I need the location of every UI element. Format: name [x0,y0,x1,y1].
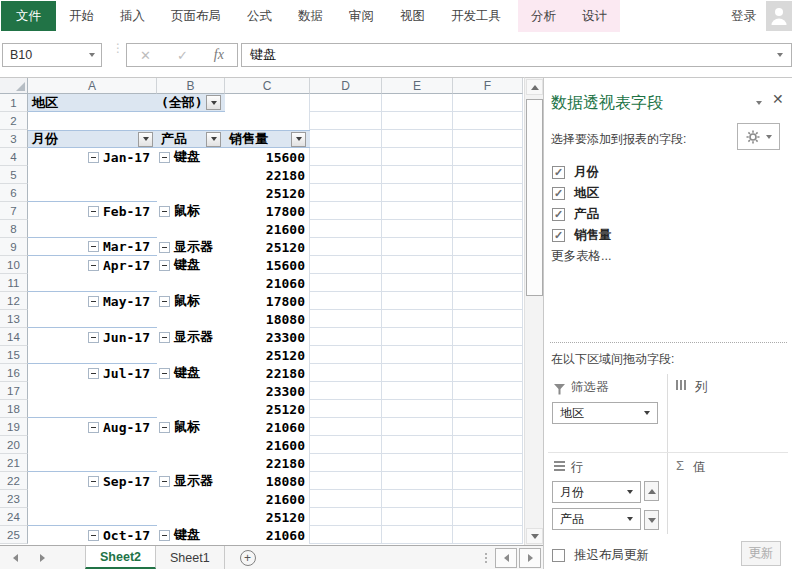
cell[interactable] [453,382,523,400]
cell[interactable] [310,526,382,544]
row-header-14[interactable]: 14 [0,328,28,346]
cell[interactable] [310,490,382,508]
cell[interactable] [453,472,523,490]
chevron-down-icon[interactable] [627,517,633,521]
cell[interactable] [453,166,523,184]
cell[interactable] [310,472,382,490]
collapse-button[interactable] [88,332,99,343]
ribbon-tab-9[interactable]: 分析 [518,1,569,31]
pivot-month-cell[interactable] [28,274,157,292]
collapse-button[interactable] [159,530,170,541]
pivot-value-cell[interactable]: 22180 [225,364,310,382]
cell[interactable] [382,454,453,472]
collapse-button[interactable] [88,241,99,252]
cell[interactable] [382,346,453,364]
cell[interactable] [382,130,453,148]
row-header-8[interactable]: 8 [0,220,28,238]
cell[interactable] [382,328,453,346]
pivot-product-cell[interactable]: 键盘 [157,364,225,382]
checkbox-checked-icon[interactable]: ✓ [552,229,565,242]
cell[interactable] [453,490,523,508]
insert-function-icon[interactable]: fx [214,47,224,63]
rows-area-field-month[interactable]: 月份 [552,481,641,503]
cell[interactable] [382,292,453,310]
pivot-value-cell[interactable]: 21600 [225,490,310,508]
update-button[interactable]: 更新 [741,541,781,566]
ribbon-tab-2[interactable]: 插入 [107,1,158,31]
cell[interactable] [382,490,453,508]
tools-button[interactable] [737,123,780,150]
cell[interactable] [310,94,382,112]
column-header-A[interactable]: A [28,78,157,94]
cell[interactable] [453,148,523,166]
enter-icon[interactable]: ✓ [177,48,188,63]
cell[interactable] [310,238,382,256]
checkbox-checked-icon[interactable]: ✓ [552,187,565,200]
ribbon-tab-4[interactable]: 公式 [234,1,285,31]
pivot-month-cell[interactable] [28,508,157,526]
pivot-value-cell[interactable]: 21060 [225,526,310,544]
pivot-value-cell[interactable]: 23300 [225,382,310,400]
row-header-4[interactable]: 4 [0,148,28,166]
cell[interactable] [382,148,453,166]
collapse-button[interactable] [88,206,99,217]
pivot-value-cell[interactable]: 25120 [225,400,310,418]
filter-dropdown-button[interactable] [291,132,306,147]
collapse-button[interactable] [88,530,99,541]
cell[interactable] [310,454,382,472]
column-header-E[interactable]: E [382,78,453,94]
row-header-5[interactable]: 5 [0,166,28,184]
cell[interactable] [382,508,453,526]
pivot-month-cell[interactable] [28,400,157,418]
cell[interactable] [382,184,453,202]
cell[interactable] [453,256,523,274]
ribbon-tab-7[interactable]: 视图 [387,1,438,31]
cell[interactable] [382,94,453,112]
cell[interactable] [382,274,453,292]
pivot-product-cell[interactable]: 键盘 [157,148,225,166]
pivot-value-cell[interactable]: 25120 [225,184,310,202]
filter-dropdown-button[interactable] [206,132,221,147]
collapse-button[interactable] [159,422,170,433]
cell[interactable] [382,220,453,238]
row-header-21[interactable]: 21 [0,454,28,472]
row-header-7[interactable]: 7 [0,202,28,220]
pivot-month-cell[interactable]: Jul-17 [28,364,157,382]
pivot-month-cell[interactable]: Mar-17 [28,238,157,256]
rows-area-field-product[interactable]: 产品 [552,508,641,530]
cell[interactable] [382,364,453,382]
pivot-value-cell[interactable]: 25120 [225,508,310,526]
sign-in-link[interactable]: 登录 [731,8,756,25]
ribbon-tab-6[interactable]: 审阅 [336,1,387,31]
cell[interactable] [453,346,523,364]
cell[interactable] [453,526,523,544]
pivot-month-cell[interactable]: Jan-17 [28,148,157,166]
row-header-25[interactable]: 25 [0,526,28,544]
cell[interactable] [382,256,453,274]
pivot-value-cell[interactable]: 22180 [225,454,310,472]
checkbox-checked-icon[interactable]: ✓ [552,166,565,179]
sheet-tab-sheet2[interactable]: Sheet2 [85,546,156,569]
name-box[interactable]: B10 [2,43,102,67]
cell[interactable] [310,220,382,238]
pivot-header-product[interactable]: 产品 [157,130,225,148]
pivot-month-cell[interactable]: Oct-17 [28,526,157,544]
pivot-month-cell[interactable] [28,454,157,472]
collapse-button[interactable] [159,368,170,379]
cell[interactable] [453,112,523,130]
cell[interactable] [382,112,453,130]
row-header-9[interactable]: 9 [0,238,28,256]
scroll-down-button[interactable] [526,528,543,544]
pivot-value-cell[interactable]: 21600 [225,436,310,454]
pivot-month-cell[interactable]: Aug-17 [28,418,157,436]
cell[interactable] [382,436,453,454]
cell[interactable] [310,292,382,310]
field-item-sales[interactable]: ✓ 销售量 [552,225,612,245]
pivot-product-cell[interactable]: 显示器 [157,328,225,346]
pivot-value-cell[interactable]: 15600 [225,148,310,166]
row-header-3[interactable]: 3 [0,130,28,148]
column-header-B[interactable]: B [157,78,225,94]
new-sheet-button[interactable]: + [240,550,256,566]
ribbon-tab-5[interactable]: 数据 [285,1,336,31]
pivot-month-cell[interactable]: Feb-17 [28,202,157,220]
